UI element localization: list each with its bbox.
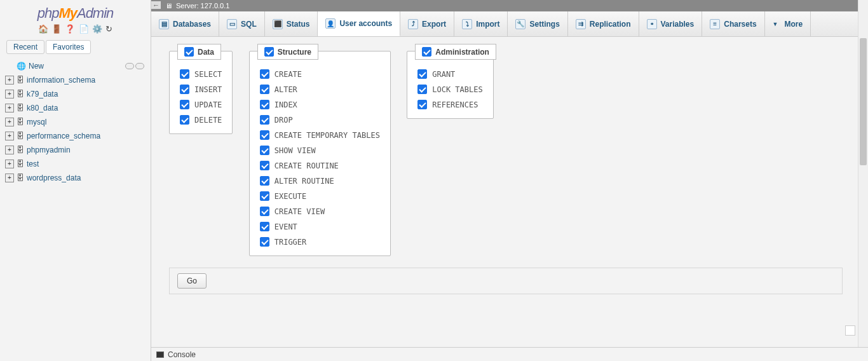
priv-label[interactable]: LOCK TABLES [432, 85, 482, 94]
priv-checkbox[interactable] [260, 115, 269, 125]
priv-row: EVENT [260, 222, 380, 231]
priv-checkbox[interactable] [417, 69, 427, 79]
tree-db-item[interactable]: +🗄information_schema [5, 73, 151, 87]
priv-checkbox[interactable] [260, 222, 269, 231]
priv-row: UPDATE [180, 100, 222, 109]
priv-checkbox[interactable] [417, 100, 427, 109]
console-bar[interactable]: Console [151, 347, 868, 361]
priv-label[interactable]: CREATE ROUTINE [275, 161, 339, 170]
panel-collapse-controls[interactable] [124, 62, 144, 71]
expand-icon[interactable]: + [5, 90, 14, 99]
priv-label[interactable]: DELETE [194, 116, 222, 125]
priv-label[interactable]: INDEX [275, 100, 297, 109]
tab-favorites[interactable]: Favorites [46, 40, 91, 54]
expand-icon[interactable]: + [5, 132, 14, 140]
priv-checkbox[interactable] [260, 146, 269, 155]
priv-checkbox[interactable] [180, 85, 189, 94]
tab-more[interactable]: ▼More [765, 11, 811, 36]
tab-import[interactable]: ⤵Import [454, 11, 508, 36]
tab-replication[interactable]: ⇉Replication [568, 11, 639, 36]
docs-icon[interactable]: ❓ [65, 24, 75, 34]
priv-label[interactable]: CREATE [275, 70, 302, 79]
scrollbar-thumb[interactable] [860, 38, 867, 165]
tree-db-item[interactable]: +🗄k79_data [5, 87, 151, 101]
priv-checkbox[interactable] [260, 100, 269, 109]
priv-checkbox[interactable] [260, 237, 269, 247]
priv-checkbox[interactable] [180, 69, 189, 79]
priv-label[interactable]: SHOW VIEW [275, 146, 316, 155]
priv-label[interactable]: INSERT [194, 85, 222, 94]
priv-checkbox[interactable] [260, 130, 269, 140]
tab-sql[interactable]: ▭SQL [219, 11, 265, 36]
priv-label[interactable]: DROP [275, 116, 293, 125]
priv-label[interactable]: ALTER ROUTINE [275, 177, 334, 186]
tab-charsets[interactable]: ≡Charsets [702, 11, 764, 36]
reload-icon[interactable]: ↻ [105, 24, 112, 34]
home-icon[interactable]: 🏠 [38, 24, 48, 34]
legend-structure[interactable]: Structure [257, 44, 318, 60]
sql-icon[interactable]: 📄 [79, 24, 89, 34]
priv-checkbox[interactable] [260, 207, 269, 216]
tab-user-accounts[interactable]: 👤User accounts [318, 11, 400, 36]
priv-row: REFERENCES [417, 100, 482, 109]
tab-recent[interactable]: Recent [6, 40, 44, 54]
tab-variables[interactable]: ⚬Variables [639, 11, 703, 36]
vertical-scrollbar[interactable] [858, 0, 868, 361]
logout-icon[interactable]: 🚪 [51, 24, 62, 34]
server-label[interactable]: Server: 127.0.0.1 [176, 2, 229, 10]
sidebar-tabs: Recent Favorites [0, 37, 151, 54]
legend-data[interactable]: Data [177, 44, 221, 60]
priv-row: DELETE [180, 115, 222, 125]
check-all-administration[interactable] [422, 47, 431, 57]
priv-label[interactable]: GRANT [432, 70, 455, 79]
go-button[interactable]: Go [177, 273, 207, 289]
tab-export[interactable]: ⤴Export [400, 11, 454, 36]
legend-administration[interactable]: Administration [415, 44, 496, 60]
expand-icon[interactable]: + [5, 146, 14, 154]
priv-row: SHOW VIEW [260, 146, 380, 155]
priv-checkbox[interactable] [260, 85, 269, 94]
priv-checkbox[interactable] [180, 100, 189, 109]
tree-db-item[interactable]: +🗄wordpress_data [5, 171, 151, 185]
priv-checkbox[interactable] [260, 191, 269, 201]
tree-db-item[interactable]: +🗄performance_schema [5, 129, 151, 143]
tree-db-item[interactable]: +🗄phpmyadmin [5, 143, 151, 157]
expand-icon[interactable]: + [5, 160, 14, 168]
expand-icon[interactable]: + [5, 174, 14, 182]
phpmyadmin-logo[interactable]: phpMyAdmin [0, 0, 151, 23]
expand-icon[interactable]: + [5, 104, 14, 112]
priv-checkbox[interactable] [260, 69, 269, 79]
priv-label[interactable]: CREATE VIEW [275, 207, 325, 216]
priv-row: LOCK TABLES [417, 85, 482, 94]
tab-status[interactable]: ⬛Status [265, 11, 318, 36]
settings-icon[interactable]: ⚙️ [92, 24, 102, 34]
bookmark-icon[interactable] [845, 325, 855, 336]
priv-row: EXECUTE [260, 191, 380, 201]
expand-icon[interactable]: + [5, 76, 14, 85]
priv-label[interactable]: EVENT [275, 222, 297, 231]
priv-label[interactable]: REFERENCES [432, 100, 478, 109]
priv-label[interactable]: TRIGGER [275, 238, 307, 247]
priv-label[interactable]: UPDATE [194, 100, 222, 109]
db-icon: 🗄 [17, 76, 24, 85]
db-icon: 🗄 [17, 174, 24, 182]
priv-checkbox[interactable] [260, 161, 269, 170]
tree-db-item[interactable]: +🗄test [5, 157, 151, 171]
tab-databases[interactable]: ▤Databases [151, 11, 219, 36]
priv-label[interactable]: EXECUTE [275, 192, 307, 201]
database-tree: 🌐 New +🗄information_schema +🗄k79_data +🗄… [0, 54, 151, 185]
panel-toggle-icon[interactable]: ← [151, 1, 161, 9]
tree-db-item[interactable]: +🗄k80_data [5, 101, 151, 115]
priv-label[interactable]: SELECT [194, 70, 222, 79]
check-all-data[interactable] [184, 47, 194, 57]
priv-label[interactable]: CREATE TEMPORARY TABLES [275, 131, 380, 140]
priv-checkbox[interactable] [417, 85, 427, 94]
check-all-structure[interactable] [264, 47, 274, 57]
fieldset-administration: Administration GRANT LOCK TABLES REFEREN… [407, 51, 493, 119]
priv-label[interactable]: ALTER [275, 85, 297, 94]
priv-checkbox[interactable] [260, 176, 269, 186]
tree-db-item[interactable]: +🗄mysql [5, 115, 151, 129]
expand-icon[interactable]: + [5, 118, 14, 126]
tab-settings[interactable]: 🔧Settings [508, 11, 567, 36]
priv-checkbox[interactable] [180, 115, 189, 125]
